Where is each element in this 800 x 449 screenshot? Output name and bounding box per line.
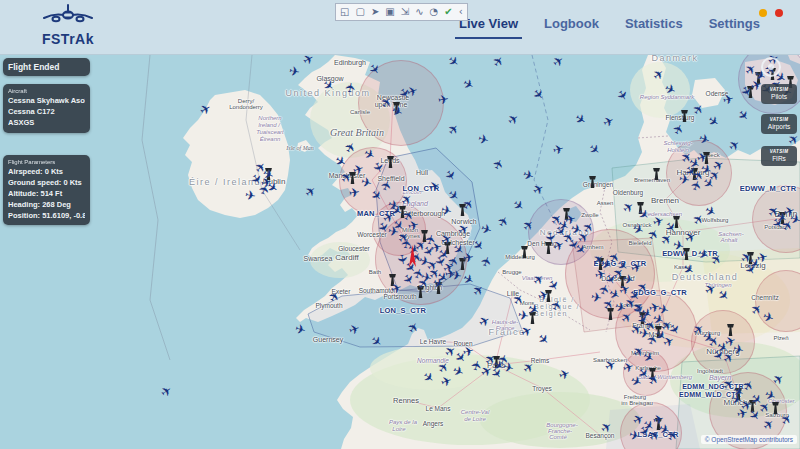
map-label: Bremerhaven xyxy=(634,177,670,183)
collapse-icon[interactable]: ‹ xyxy=(459,7,463,17)
audio-mute-icon[interactable]: ∿ xyxy=(415,7,423,17)
map-label: Le Mans xyxy=(426,405,451,412)
app-window: EdinburghGlasgowUnited KingdomNewcastleu… xyxy=(0,0,800,449)
map-label: Comté xyxy=(549,434,567,440)
vatsim-brand: VATSIM xyxy=(761,117,797,122)
map-label: Chemnitz xyxy=(751,294,778,301)
main-nav: Live View Logbook Statistics Settings xyxy=(459,16,760,31)
map-label: Groningen xyxy=(583,181,613,188)
vatsim-pilots-toggle[interactable]: VATSIM Pilots xyxy=(761,84,797,104)
heading-value: Heading: 268 Deg xyxy=(8,200,85,211)
airspeed-value: Airspeed: 0 Kts xyxy=(8,167,85,178)
aircraft-registration: ASXGS xyxy=(8,118,85,129)
traffic-plane-icon[interactable]: ✈ xyxy=(437,92,450,107)
map-label: Assen xyxy=(597,200,614,206)
map-label: Le Havre xyxy=(420,338,446,345)
ground-speed-value: Ground speed: 0 Kts xyxy=(8,178,85,189)
tab-live-view[interactable]: Live View xyxy=(459,16,518,31)
map-label: France xyxy=(496,325,515,331)
map-label: Edinburgh xyxy=(334,59,366,66)
traffic-plane-icon[interactable]: ✈ xyxy=(244,188,257,203)
window-close-dot[interactable] xyxy=(775,9,783,17)
vatsim-firs-toggle[interactable]: VATSIM FIRs xyxy=(761,146,797,166)
flight-parameters-title: Flight Parameters xyxy=(8,159,85,165)
locate-button[interactable] xyxy=(761,57,781,77)
vatsim-firs-label: FIRs xyxy=(761,155,797,162)
capture-toolbar: ◱ ▢ ➤ ▣ ⇲ ∿ ◔ ✔ ‹ xyxy=(335,3,468,21)
map-label: Isle of Man xyxy=(286,145,313,151)
map-label: Plzeň xyxy=(773,335,788,341)
aircraft-panel: Aircraft Cessna Skyhawk Asobo Cessna C17… xyxy=(3,84,90,133)
map-label: Middelburg xyxy=(505,254,535,260)
vatsim-pilots-label: Pilots xyxy=(761,93,797,100)
sector-label: EDWW_M_CTR xyxy=(740,184,797,193)
vatsim-brand: VATSIM xyxy=(761,149,797,154)
tab-settings[interactable]: Settings xyxy=(709,16,760,31)
map-label: Carlisle xyxy=(350,109,370,115)
flight-status-text: Flight Ended xyxy=(8,62,85,72)
map-label: Great Britain xyxy=(330,127,384,138)
map-label: Bremen xyxy=(651,196,679,205)
traffic-plane-icon[interactable]: ✈ xyxy=(395,253,410,266)
airplane-front-logo-icon xyxy=(42,2,94,30)
app-header: FSTrAk ◱ ▢ ➤ ▣ ⇲ ∿ ◔ ✔ ‹ Live View Logbo… xyxy=(0,0,800,55)
map-label: de Loire xyxy=(464,416,486,422)
vatsim-airports-toggle[interactable]: VATSIM Airports xyxy=(761,114,797,134)
map-label: Swansea xyxy=(304,255,333,262)
map-label: Londonderry xyxy=(229,104,263,110)
map-label: Pays de la xyxy=(389,419,417,425)
map-label: Flensburg xyxy=(666,114,695,121)
confirm-icon[interactable]: ✔ xyxy=(444,7,452,17)
aircraft-type: Cessna C172 xyxy=(8,107,85,118)
traffic-plane-icon[interactable]: ✈ xyxy=(348,185,361,200)
live-map[interactable]: EdinburghGlasgowUnited KingdomNewcastleu… xyxy=(0,55,800,449)
map-label: Danmark xyxy=(651,55,698,63)
map-label: Schleswig- xyxy=(663,140,692,146)
app-logo: FSTrAk xyxy=(28,2,108,47)
window-minimize-dot[interactable] xyxy=(759,9,767,17)
tab-logbook[interactable]: Logbook xyxy=(544,16,599,31)
map-label: Zwolle xyxy=(581,212,598,218)
map-label: Northern xyxy=(258,115,281,121)
cursor-select-icon[interactable]: ➤ xyxy=(371,7,379,17)
map-label: Centre-Val xyxy=(461,409,489,415)
map-label: Ireland / xyxy=(258,122,280,128)
map-label: Angers xyxy=(423,420,444,427)
aircraft-name: Cessna Skyhawk Asobo xyxy=(8,96,85,107)
map-label: Bath xyxy=(369,269,381,275)
vatsim-airports-label: Airports xyxy=(761,123,797,130)
map-label: Anhalt xyxy=(720,237,737,243)
screen-capture-icon[interactable]: ◱ xyxy=(340,7,349,17)
position-value: Position: 51.6109, -0.8017 xyxy=(8,211,85,222)
window-capture-icon[interactable]: ▢ xyxy=(355,7,364,17)
map-label: Brugge xyxy=(502,269,521,275)
app-title: FSTrAk xyxy=(28,31,108,47)
traffic-plane-icon[interactable]: ✈ xyxy=(590,290,603,305)
sector-label: LON_S_CTR xyxy=(380,306,426,315)
timer-icon[interactable]: ◔ xyxy=(430,7,439,17)
map-label: Bielefeld xyxy=(628,240,651,246)
altitude-value: Altitude: 514 Ft xyxy=(8,189,85,200)
flight-status-panel: Flight Ended xyxy=(3,58,90,76)
map-label: Cardiff xyxy=(335,253,358,262)
region-capture-icon[interactable]: ▣ xyxy=(385,7,394,17)
osm-attribution-link[interactable]: © OpenStreetMap contributors xyxy=(701,435,797,444)
move-region-icon[interactable]: ⇲ xyxy=(401,7,409,17)
traffic-plane-icon[interactable]: ✈ xyxy=(462,250,475,265)
traffic-plane-icon[interactable]: ✈ xyxy=(288,64,301,79)
traffic-plane-icon[interactable]: ✈ xyxy=(543,231,558,244)
flight-parameters-panel: Flight Parameters Airspeed: 0 Kts Ground… xyxy=(3,155,90,225)
map-label: Gloucester xyxy=(338,245,369,252)
map-label: Reims xyxy=(531,357,549,364)
map-label: Rennes xyxy=(393,396,419,405)
tab-statistics[interactable]: Statistics xyxy=(625,16,683,31)
vatsim-brand: VATSIM xyxy=(761,87,797,92)
map-label: im Breisgau xyxy=(621,400,653,406)
map-label: Loire xyxy=(392,426,405,432)
map-label: Tuaisceart xyxy=(256,129,284,135)
map-label: Oldenburg xyxy=(613,189,643,196)
traffic-plane-icon[interactable]: ✈ xyxy=(517,308,530,323)
traffic-plane-icon[interactable]: ✈ xyxy=(343,81,358,94)
map-label: Guernsey xyxy=(313,336,343,343)
map-label: Troyes xyxy=(532,385,552,392)
